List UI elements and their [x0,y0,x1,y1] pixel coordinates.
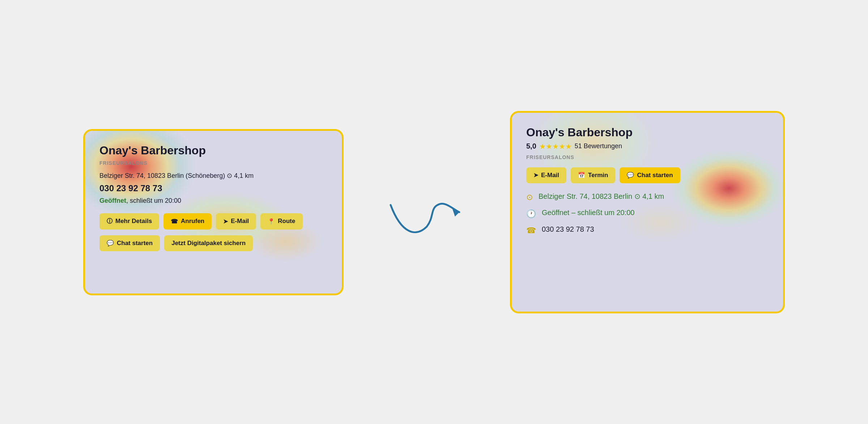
info-list: ⊙ Belziger Str. 74, 10823 Berlin ⊙ 4,1 k… [526,192,769,235]
chat-icon-right: 💬 [627,172,634,179]
rating-row: 5,0 ★★★★★ 51 Bewertungen [526,142,769,151]
chat-button-right[interactable]: 💬 Chat starten [620,167,680,183]
open-label: Geöffnet [99,197,126,204]
info-icon: ⓘ [107,218,112,225]
left-category: FRISEURSALONS [99,160,327,166]
digital-button[interactable]: Jetzt Digitalpaket sichern [164,235,253,251]
info-address: ⊙ Belziger Str. 74, 10823 Berlin ⊙ 4,1 k… [526,192,769,202]
info-hours: 🕐 Geöffnet – schließt um 20:00 [526,209,769,219]
arrow-area [373,176,481,248]
left-buttons-row-1: ⓘ Mehr Details ☎ Anrufen ➤ E-Mail 📍 Rout… [99,213,327,230]
phone-text: 030 23 92 78 73 [542,225,594,234]
right-category: FRISEURSALONS [526,154,769,160]
email-icon-right: ➤ [533,172,538,179]
arrow-svg [373,176,481,248]
left-card: Onay's Barbershop FRISEURSALONS Belziger… [83,129,344,295]
email-button-left[interactable]: ➤ E-Mail [216,213,256,230]
left-address: Belziger Str. 74, 10823 Berlin (Schönebe… [99,172,327,180]
left-title-text: Onay's Barbershop [99,144,206,157]
left-phone: 030 23 92 78 73 [99,183,327,193]
route-button-left[interactable]: 📍 Route [260,213,302,230]
hours-text: Geöffnet – schließt um 20:00 [542,209,634,217]
phone-icon-right: ☎ [526,226,536,235]
stars: ★★★★★ [539,142,572,151]
close-time: , schließt um 20:00 [126,197,181,204]
right-buttons-row: ➤ E-Mail 📅 Termin 💬 Chat starten [526,167,769,183]
email-icon-left: ➤ [223,218,228,225]
email-button-right[interactable]: ➤ E-Mail [526,167,566,183]
address-text: Belziger Str. 74, 10823 Berlin ⊙ 4,1 km [539,192,664,201]
chat-icon-left: 💬 [107,240,114,247]
clock-icon: 🕐 [526,209,536,219]
right-business-name: Onay's Barbershop [526,126,769,139]
termin-button[interactable]: 📅 Termin [571,167,615,183]
chat-button-left[interactable]: 💬 Chat starten [99,235,160,251]
mehr-details-button[interactable]: ⓘ Mehr Details [99,213,159,230]
left-buttons-row-2: 💬 Chat starten Jetzt Digitalpaket sicher… [99,235,327,251]
left-hours: Geöffnet, schließt um 20:00 [99,197,327,205]
route-icon: 📍 [268,218,275,225]
info-phone: ☎ 030 23 92 78 73 [526,225,769,235]
calendar-icon: 📅 [578,172,585,179]
anrufen-button[interactable]: ☎ Anrufen [163,213,212,230]
phone-icon: ☎ [171,218,178,225]
left-business-name: Onay's Barbershop [99,144,327,157]
right-card: Onay's Barbershop 5,0 ★★★★★ 51 Bewertung… [510,111,785,313]
location-icon: ⊙ [526,193,533,202]
rating-score: 5,0 [526,142,536,150]
review-count: 51 Bewertungen [575,142,622,150]
